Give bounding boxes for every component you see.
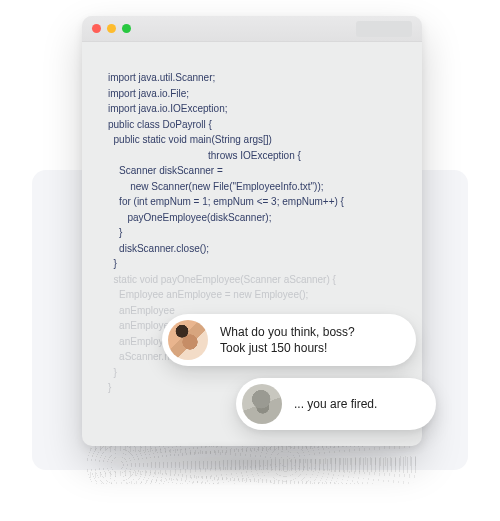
code-line: new Scanner(new File("EmployeeInfo.txt")… (108, 181, 324, 192)
code-line: throws IOException { (108, 150, 301, 161)
close-icon[interactable] (92, 24, 101, 33)
code-line: import java.util.Scanner; (108, 72, 215, 83)
code-line-faded: } (108, 367, 117, 378)
code-line: diskScanner.close(); (108, 243, 209, 254)
code-line-faded: Employee anEmployee = new Employee(); (108, 289, 308, 300)
code-line: } (108, 227, 122, 238)
window-titlebar (82, 16, 422, 42)
minimize-icon[interactable] (107, 24, 116, 33)
window-shadow-noise (86, 446, 418, 484)
code-line: public static void main(String args[]) (108, 134, 272, 145)
chat-bubble-boss: ... you are fired. (236, 378, 436, 430)
chat-bubble-employee: What do you think, boss? Took just 150 h… (162, 314, 416, 366)
code-line: Scanner diskScanner = (108, 165, 223, 176)
code-line: import java.io.IOException; (108, 103, 228, 114)
chat-line: Took just 150 hours! (220, 341, 327, 355)
code-line: payOneEmployee(diskScanner); (108, 212, 271, 223)
maximize-icon[interactable] (122, 24, 131, 33)
code-line-faded: anEmployee (108, 305, 175, 316)
code-line: import java.io.File; (108, 88, 189, 99)
chat-text: What do you think, boss? Took just 150 h… (220, 324, 355, 356)
window-tab-placeholder (356, 21, 412, 37)
avatar-employee (168, 320, 208, 360)
code-line: public class DoPayroll { (108, 119, 212, 130)
chat-text: ... you are fired. (294, 396, 377, 412)
code-line: for (int empNum = 1; empNum <= 3; empNum… (108, 196, 344, 207)
avatar-boss (242, 384, 282, 424)
code-line: } (108, 258, 117, 269)
code-line-faded: } (108, 382, 111, 393)
chat-line: What do you think, boss? (220, 325, 355, 339)
code-line-faded: static void payOneEmployee(Scanner aScan… (108, 274, 336, 285)
